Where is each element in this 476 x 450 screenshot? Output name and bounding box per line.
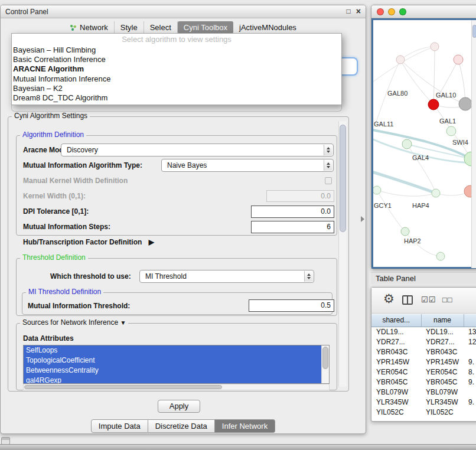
gear-icon[interactable]: ⚙ xyxy=(383,292,395,306)
table-row[interactable]: YBR045CYBR045C9. xyxy=(371,377,476,387)
table-cell[interactable] xyxy=(464,387,476,397)
list-item-topologicalcoefficient[interactable]: TopologicalCoefficient xyxy=(24,356,321,366)
table-row[interactable]: YBR043CYBR043C xyxy=(371,347,476,357)
network-node[interactable] xyxy=(428,99,439,110)
float-window-icon[interactable]: □ xyxy=(347,7,351,15)
expand-right-icon[interactable]: ▶ xyxy=(149,238,154,246)
attribute-list-scrollbar[interactable] xyxy=(321,345,329,383)
settings-scrollbar[interactable] xyxy=(338,121,347,387)
attribute-list-scrollbar-thumb[interactable] xyxy=(322,347,328,369)
network-view-titlebar[interactable] xyxy=(371,5,476,18)
manual-kernel-checkbox[interactable] xyxy=(325,177,332,184)
tab-discretize-data[interactable]: Discretize Data xyxy=(148,419,215,433)
table-cell[interactable]: YER054C xyxy=(421,367,464,377)
network-edge[interactable] xyxy=(373,171,436,193)
table-row[interactable]: YLR345WYLR345W9. xyxy=(371,397,476,407)
list-item-gal4rgexp[interactable]: gal4RGexp xyxy=(24,376,321,384)
table-cell[interactable]: YDR27... xyxy=(421,337,464,347)
table-row[interactable]: YDL19...YDL19...13 xyxy=(371,327,476,337)
apply-button[interactable]: Apply xyxy=(158,400,200,413)
close-icon[interactable]: × xyxy=(356,7,361,15)
network-canvas-area[interactable]: GAL80GAL10GAL11GAL1SWI4GAL4GCY1HAP4HAP2 xyxy=(371,18,476,269)
network-canvas[interactable]: GAL80GAL10GAL11GAL1SWI4GAL4GCY1HAP4HAP2 xyxy=(373,20,476,268)
attribute-list-hscrollbar-thumb[interactable] xyxy=(24,385,222,389)
list-item-betweennesscentrality[interactable]: BetweennessCentrality xyxy=(24,366,321,376)
table-cell[interactable]: YDR27... xyxy=(371,337,421,347)
dropdown-item-mutual-information[interactable]: Mutual Information Inference xyxy=(12,74,341,84)
network-edge[interactable] xyxy=(377,190,405,231)
table-cell[interactable]: YPR145W xyxy=(371,357,421,367)
tab-jactivemnodules[interactable]: jActiveMNodules xyxy=(233,21,302,34)
settings-scrollbar-thumb[interactable] xyxy=(340,125,346,232)
table-cell[interactable]: YDL19... xyxy=(371,327,421,337)
table-cell[interactable]: 12 xyxy=(464,337,476,347)
tab-infer-network[interactable]: Infer Network xyxy=(215,419,275,433)
network-node[interactable] xyxy=(454,55,463,64)
table-cell[interactable]: 8. xyxy=(464,367,476,377)
table-cell[interactable]: YBR045C xyxy=(421,377,464,387)
table-cell[interactable]: 9. xyxy=(464,357,476,367)
tab-network[interactable]: Network xyxy=(64,21,115,34)
network-node[interactable] xyxy=(431,43,439,51)
network-node[interactable] xyxy=(436,252,445,260)
tab-style[interactable]: Style xyxy=(115,21,144,34)
panel-splitter-handle[interactable] xyxy=(361,216,364,222)
table-cell[interactable]: YER054C xyxy=(371,367,421,377)
column-header-name[interactable]: name xyxy=(421,314,464,327)
table-cell[interactable] xyxy=(464,407,476,417)
mi-type-combo[interactable]: Naive Bayes xyxy=(161,159,334,172)
table-cell[interactable]: YPR145W xyxy=(421,357,464,367)
table-cell[interactable]: YBR043C xyxy=(371,347,421,357)
table-cell[interactable]: YIL052C xyxy=(371,407,421,417)
table-cell[interactable]: 9. xyxy=(464,377,476,387)
network-view-scrollbar[interactable] xyxy=(471,20,476,268)
table-cell[interactable] xyxy=(464,347,476,357)
which-threshold-combo[interactable]: MI Threshold xyxy=(139,270,314,283)
table-cell[interactable]: YIL052C xyxy=(421,407,464,417)
tab-cyni-toolbox[interactable]: Cyni Toolbox xyxy=(178,21,233,34)
columns-icon[interactable] xyxy=(402,295,413,305)
mi-steps-field[interactable]: 6 xyxy=(251,221,334,233)
network-node[interactable] xyxy=(446,126,456,136)
network-node[interactable] xyxy=(396,56,405,64)
list-item-selfloops[interactable]: SelfLoops xyxy=(24,345,321,356)
select-all-checkboxes-icon[interactable]: ☑☑ xyxy=(421,295,436,304)
table-cell[interactable]: 9. xyxy=(464,397,476,407)
table-cell[interactable]: YBR045C xyxy=(371,377,421,387)
table-cell[interactable]: YLR345W xyxy=(421,397,464,407)
table-cell[interactable]: YBL079W xyxy=(421,387,464,397)
network-node[interactable] xyxy=(459,97,472,110)
attribute-list-hscrollbar[interactable] xyxy=(23,384,330,390)
tab-impute-data[interactable]: Impute Data xyxy=(91,419,148,433)
table-row[interactable]: YIL052CYIL052C xyxy=(371,407,476,417)
dropdown-item-bayesian-hill-climbing[interactable]: Bayesian – Hill Climbing xyxy=(12,45,341,55)
kernel-width-field[interactable]: 0.0 xyxy=(266,190,334,202)
network-edge[interactable] xyxy=(433,47,435,105)
table-row[interactable]: YER054CYER054C8. xyxy=(371,367,476,377)
network-node[interactable] xyxy=(432,189,440,197)
dropdown-item-aracne[interactable]: ARACNE Algorithm xyxy=(12,64,341,74)
network-node[interactable] xyxy=(373,186,381,194)
mi-threshold-field[interactable]: 0.5 xyxy=(249,299,334,312)
table-row[interactable]: YDR27...YDR27...12 xyxy=(371,337,476,347)
table-cell[interactable]: 13 xyxy=(464,327,476,337)
control-panel-titlebar[interactable]: Control Panel □ × xyxy=(1,5,366,18)
dropdown-item-bayesian-k2[interactable]: Bayesian – K2 xyxy=(12,84,341,93)
aracne-mode-combo[interactable]: Discovery xyxy=(61,144,334,156)
column-header-clipped[interactable] xyxy=(464,314,476,327)
deselect-all-checkboxes-icon[interactable]: □□ xyxy=(442,295,453,304)
dropdown-item-basic-correlation[interactable]: Basic Correlation Inference xyxy=(12,55,341,64)
hub-definition-toggle[interactable]: Hub/Transcription Factor Definition ▶ xyxy=(23,238,154,246)
column-header-shared-name[interactable]: shared... xyxy=(371,314,421,327)
collapse-down-icon[interactable]: ▼ xyxy=(120,319,126,326)
sources-toggle[interactable]: Sources for Network Inference ▼ xyxy=(20,318,128,327)
mac-minimize-icon[interactable] xyxy=(388,8,395,15)
network-node[interactable] xyxy=(401,227,409,236)
table-cell[interactable]: YDL19... xyxy=(421,327,464,337)
mac-zoom-icon[interactable] xyxy=(399,8,406,15)
network-view-scrollbar-thumb[interactable] xyxy=(472,25,476,38)
network-edge[interactable] xyxy=(400,60,433,105)
network-node[interactable] xyxy=(402,139,412,149)
table-cell[interactable]: YBL079W xyxy=(371,387,421,397)
table-row[interactable]: YPR145WYPR145W9. xyxy=(371,357,476,367)
